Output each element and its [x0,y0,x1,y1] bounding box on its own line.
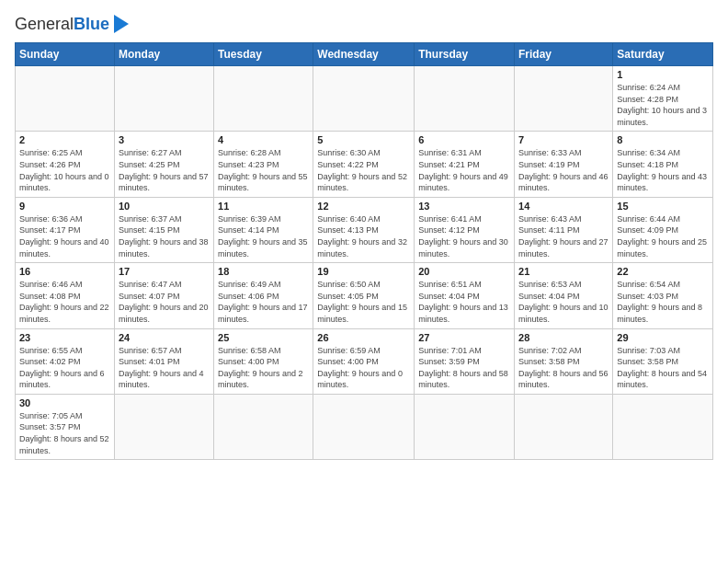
day-info: Sunrise: 6:34 AM Sunset: 4:18 PM Dayligh… [617,147,709,193]
day-number: 13 [418,201,510,212]
day-info: Sunrise: 6:49 AM Sunset: 4:06 PM Dayligh… [218,279,309,325]
day-number: 8 [617,134,709,145]
day-number: 20 [418,266,510,277]
calendar-cell [313,66,415,132]
calendar-cell: 1Sunrise: 6:24 AM Sunset: 4:28 PM Daylig… [613,66,713,132]
day-info: Sunrise: 6:27 AM Sunset: 4:25 PM Dayligh… [119,147,210,193]
day-number: 25 [218,332,309,343]
day-number: 16 [19,266,110,277]
day-info: Sunrise: 6:31 AM Sunset: 4:21 PM Dayligh… [418,147,510,193]
calendar-cell: 5Sunrise: 6:30 AM Sunset: 4:22 PM Daylig… [313,132,415,197]
calendar-cell [515,394,613,459]
day-number: 29 [617,332,709,343]
calendar-cell: 12Sunrise: 6:40 AM Sunset: 4:13 PM Dayli… [313,197,415,262]
weekday-header-sunday: Sunday [16,43,115,66]
day-number: 21 [518,266,609,277]
calendar-cell: 3Sunrise: 6:27 AM Sunset: 4:25 PM Daylig… [114,132,213,197]
calendar-cell [613,394,713,459]
day-number: 1 [617,69,709,80]
calendar-cell: 27Sunrise: 7:01 AM Sunset: 3:59 PM Dayli… [415,328,515,394]
day-info: Sunrise: 6:25 AM Sunset: 4:26 PM Dayligh… [19,147,110,193]
calendar-cell [214,394,313,459]
day-info: Sunrise: 6:57 AM Sunset: 4:01 PM Dayligh… [119,345,210,391]
logo-triangle-icon [114,15,129,33]
day-number: 6 [418,134,510,145]
calendar-week-row: 9Sunrise: 6:36 AM Sunset: 4:17 PM Daylig… [16,197,713,262]
calendar-cell: 2Sunrise: 6:25 AM Sunset: 4:26 PM Daylig… [16,132,115,197]
calendar-cell: 21Sunrise: 6:53 AM Sunset: 4:04 PM Dayli… [515,263,613,328]
day-info: Sunrise: 6:46 AM Sunset: 4:08 PM Dayligh… [19,279,110,325]
weekday-header-friday: Friday [515,43,613,66]
day-info: Sunrise: 6:41 AM Sunset: 4:12 PM Dayligh… [418,213,510,259]
day-number: 2 [19,134,110,145]
day-info: Sunrise: 7:01 AM Sunset: 3:59 PM Dayligh… [418,345,510,391]
day-info: Sunrise: 6:30 AM Sunset: 4:22 PM Dayligh… [317,147,410,193]
weekday-header-tuesday: Tuesday [214,43,313,66]
day-number: 11 [218,201,309,212]
weekday-header-wednesday: Wednesday [313,43,415,66]
header: GeneralBlue [15,15,713,33]
day-number: 28 [518,332,609,343]
calendar-cell: 13Sunrise: 6:41 AM Sunset: 4:12 PM Dayli… [415,197,515,262]
calendar-week-row: 2Sunrise: 6:25 AM Sunset: 4:26 PM Daylig… [16,132,713,197]
calendar-cell: 22Sunrise: 6:54 AM Sunset: 4:03 PM Dayli… [613,263,713,328]
day-number: 17 [119,266,210,277]
page: GeneralBlue SundayMondayTuesdayWednesday… [0,0,728,563]
calendar-cell: 14Sunrise: 6:43 AM Sunset: 4:11 PM Dayli… [515,197,613,262]
calendar-cell: 16Sunrise: 6:46 AM Sunset: 4:08 PM Dayli… [16,263,115,328]
day-number: 22 [617,266,709,277]
day-info: Sunrise: 6:44 AM Sunset: 4:09 PM Dayligh… [617,213,709,259]
calendar-cell: 4Sunrise: 6:28 AM Sunset: 4:23 PM Daylig… [214,132,313,197]
calendar-cell: 15Sunrise: 6:44 AM Sunset: 4:09 PM Dayli… [613,197,713,262]
day-number: 3 [119,134,210,145]
calendar-cell: 18Sunrise: 6:49 AM Sunset: 4:06 PM Dayli… [214,263,313,328]
calendar-cell [114,394,213,459]
calendar-cell: 17Sunrise: 6:47 AM Sunset: 4:07 PM Dayli… [114,263,213,328]
day-number: 5 [317,134,410,145]
day-number: 7 [518,134,609,145]
calendar-week-row: 16Sunrise: 6:46 AM Sunset: 4:08 PM Dayli… [16,263,713,328]
day-number: 9 [19,201,110,212]
calendar-cell: 24Sunrise: 6:57 AM Sunset: 4:01 PM Dayli… [114,328,213,394]
calendar-cell: 23Sunrise: 6:55 AM Sunset: 4:02 PM Dayli… [16,328,115,394]
day-number: 10 [119,201,210,212]
day-info: Sunrise: 6:50 AM Sunset: 4:05 PM Dayligh… [317,279,410,325]
day-info: Sunrise: 6:58 AM Sunset: 4:00 PM Dayligh… [218,345,309,391]
calendar-cell: 19Sunrise: 6:50 AM Sunset: 4:05 PM Dayli… [313,263,415,328]
day-number: 18 [218,266,309,277]
calendar-cell: 10Sunrise: 6:37 AM Sunset: 4:15 PM Dayli… [114,197,213,262]
day-number: 30 [19,397,110,408]
weekday-header-saturday: Saturday [613,43,713,66]
day-info: Sunrise: 7:03 AM Sunset: 3:58 PM Dayligh… [617,345,709,391]
day-info: Sunrise: 6:54 AM Sunset: 4:03 PM Dayligh… [617,279,709,325]
day-info: Sunrise: 6:55 AM Sunset: 4:02 PM Dayligh… [19,345,110,391]
day-number: 12 [317,201,410,212]
day-info: Sunrise: 6:47 AM Sunset: 4:07 PM Dayligh… [119,279,210,325]
calendar-cell: 26Sunrise: 6:59 AM Sunset: 4:00 PM Dayli… [313,328,415,394]
calendar-cell [415,66,515,132]
day-number: 27 [418,332,510,343]
day-info: Sunrise: 7:02 AM Sunset: 3:58 PM Dayligh… [518,345,609,391]
calendar-cell: 29Sunrise: 7:03 AM Sunset: 3:58 PM Dayli… [613,328,713,394]
weekday-header-thursday: Thursday [415,43,515,66]
calendar-cell [415,394,515,459]
calendar-cell [16,66,115,132]
weekday-header-monday: Monday [114,43,213,66]
weekday-header-row: SundayMondayTuesdayWednesdayThursdayFrid… [16,43,713,66]
day-info: Sunrise: 6:37 AM Sunset: 4:15 PM Dayligh… [119,213,210,259]
calendar-week-row: 23Sunrise: 6:55 AM Sunset: 4:02 PM Dayli… [16,328,713,394]
calendar-cell: 30Sunrise: 7:05 AM Sunset: 3:57 PM Dayli… [16,394,115,459]
calendar-cell [214,66,313,132]
logo-text: GeneralBlue [15,16,109,32]
day-info: Sunrise: 6:33 AM Sunset: 4:19 PM Dayligh… [518,147,609,193]
logo: GeneralBlue [15,15,129,33]
day-info: Sunrise: 6:40 AM Sunset: 4:13 PM Dayligh… [317,213,410,259]
calendar-cell [114,66,213,132]
day-info: Sunrise: 6:28 AM Sunset: 4:23 PM Dayligh… [218,147,309,193]
calendar-week-row: 1Sunrise: 6:24 AM Sunset: 4:28 PM Daylig… [16,66,713,132]
day-number: 14 [518,201,609,212]
calendar-cell: 6Sunrise: 6:31 AM Sunset: 4:21 PM Daylig… [415,132,515,197]
day-info: Sunrise: 6:53 AM Sunset: 4:04 PM Dayligh… [518,279,609,325]
calendar-cell: 28Sunrise: 7:02 AM Sunset: 3:58 PM Dayli… [515,328,613,394]
day-info: Sunrise: 6:39 AM Sunset: 4:14 PM Dayligh… [218,213,309,259]
